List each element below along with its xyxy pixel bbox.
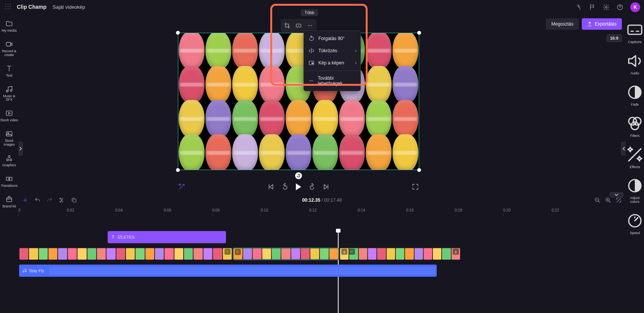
adjust-colors-icon	[626, 177, 644, 195]
sidebar-record-create[interactable]: Record &create	[0, 37, 18, 61]
more-button[interactable]	[305, 21, 315, 30]
export-label: Exportálás	[595, 21, 617, 27]
svg-point-21	[308, 25, 309, 26]
audio-track[interactable]: Stay Fly	[18, 263, 626, 278]
svg-point-15	[633, 117, 641, 125]
share-button[interactable]: Megosztás	[546, 18, 579, 30]
panel-audio[interactable]: Audio	[626, 49, 644, 79]
menu-more[interactable]: További lehetőségek	[304, 72, 360, 89]
pip-icon	[308, 60, 315, 66]
sidebar-stock-images[interactable]: Stockimages	[0, 127, 18, 151]
aspect-ratio[interactable]: 16:9	[607, 34, 622, 42]
sidebar-label: My media	[2, 29, 16, 33]
audio-clip[interactable]: Stay Fly	[19, 265, 437, 277]
undo-icon[interactable]	[34, 197, 40, 203]
skip-end-button[interactable]	[323, 183, 330, 191]
ruler-tick: 0:10	[261, 208, 268, 212]
duration: 00:17.48	[324, 197, 342, 203]
audio-clip-label: Stay Fly	[29, 268, 44, 273]
video-clip-2-selected[interactable]	[233, 248, 339, 260]
sidebar-text[interactable]: Text	[0, 62, 18, 82]
sidebar-music-sfx[interactable]: Music & SFX	[0, 82, 18, 106]
redo-icon[interactable]	[47, 197, 53, 203]
skip-start-button[interactable]	[267, 183, 274, 191]
clip-mute-icon[interactable]	[349, 249, 355, 255]
stock-images-icon	[5, 130, 13, 138]
play-button[interactable]	[296, 183, 301, 190]
timeline-ruler[interactable]: 00:020:040:060:080:100:120:140:160:180:2…	[18, 208, 626, 218]
upgrade-icon[interactable]	[575, 4, 582, 11]
timeline-panel: 00:12.35 / 00:17.48 00:020:040:060:080:1…	[18, 194, 626, 313]
fade-icon	[626, 83, 644, 101]
export-button[interactable]: Exportálás	[582, 18, 622, 30]
menu-mirror[interactable]: Tükrözés›	[304, 45, 360, 57]
fit-button[interactable]	[294, 21, 303, 30]
text-clip[interactable]: ÍZLETES	[108, 231, 226, 243]
rotate-handle[interactable]	[295, 172, 302, 179]
zoom-in-icon[interactable]	[605, 197, 611, 203]
resize-handle-bl[interactable]	[176, 168, 180, 172]
panel-captions[interactable]: Captions	[626, 18, 644, 48]
zoom-out-icon[interactable]	[594, 197, 600, 203]
sidebar-stock-video[interactable]: Stock video	[0, 106, 18, 126]
clip-handle-icon[interactable]: ||	[453, 249, 459, 255]
copy-icon[interactable]	[71, 197, 77, 203]
video-track[interactable]: || ||	[18, 246, 626, 262]
ruler-tick: 0:12	[309, 208, 316, 212]
preview-canvas[interactable]	[178, 33, 419, 170]
resize-handle-br[interactable]	[417, 168, 421, 172]
right-panel-expand[interactable]	[621, 142, 626, 156]
sidebar-graphics[interactable]: Graphics	[0, 151, 18, 171]
fullscreen-button[interactable]	[412, 183, 419, 191]
split-icon[interactable]	[59, 197, 65, 203]
add-track-icon[interactable]	[22, 197, 28, 203]
sidebar-brand-kit[interactable]: Brand kit	[0, 193, 18, 212]
ruler-tick: 0	[18, 208, 21, 212]
right-sidebar: CaptionsAudioFadeFiltersEffectsAdjustcol…	[626, 14, 644, 195]
project-name[interactable]: Saját videokép	[53, 4, 85, 10]
left-sidebar: My mediaRecord &createTextMusic & SFXSto…	[0, 14, 18, 313]
magic-button[interactable]	[178, 183, 186, 191]
panel-label: Audio	[630, 72, 639, 75]
clip-handle-icon[interactable]: ||	[341, 249, 347, 255]
menu-pip[interactable]: Kép a képen›	[304, 57, 360, 69]
speed-icon	[626, 212, 644, 230]
sidebar-transitions[interactable]: Transitions	[0, 172, 18, 192]
app-launcher-icon[interactable]	[5, 3, 12, 11]
stock-video-icon	[5, 109, 13, 117]
waveform	[50, 267, 435, 274]
panel-adjust-colors[interactable]: Adjustcolors	[626, 173, 644, 208]
svg-point-22	[310, 25, 310, 26]
menu-label: Tükrözés	[318, 48, 337, 53]
brand-kit-icon	[5, 196, 13, 203]
left-panel-expand[interactable]	[18, 142, 23, 156]
more-tooltip: Több	[301, 9, 318, 16]
sidebar-my-media[interactable]: My media	[0, 17, 18, 37]
panel-speed[interactable]: Speed	[626, 209, 644, 239]
sidebar-label: Stockimages	[3, 139, 15, 147]
panel-filters[interactable]: Filters	[626, 111, 644, 142]
my-media-icon	[5, 20, 13, 27]
crop-button[interactable]	[282, 21, 292, 30]
svg-point-20	[298, 25, 299, 26]
settings-icon[interactable]	[603, 4, 610, 11]
text-track[interactable]: ÍZLETES	[18, 230, 626, 245]
video-clip-1[interactable]	[19, 248, 232, 260]
panel-fade[interactable]: Fade	[626, 80, 644, 111]
clip-mute-icon[interactable]	[235, 249, 241, 255]
clip-transition-icon[interactable]	[224, 249, 231, 255]
flag-icon[interactable]	[589, 4, 596, 11]
rewind-button[interactable]	[281, 183, 289, 191]
ruler-tick: 0:20	[503, 208, 510, 212]
help-icon[interactable]	[617, 4, 623, 11]
panel-effects[interactable]: Effects	[626, 143, 644, 173]
effects-icon	[626, 146, 644, 164]
menu-rotate[interactable]: Forgatás 90°	[304, 32, 360, 45]
resize-handle-tr[interactable]	[417, 31, 421, 35]
resize-handle-tl[interactable]	[176, 31, 180, 35]
video-clip-3[interactable]: || ||	[340, 248, 460, 260]
forward-button[interactable]	[308, 183, 316, 191]
svg-rect-25	[312, 63, 313, 64]
avatar[interactable]: K	[630, 2, 640, 12]
zoom-fit-icon[interactable]	[616, 197, 622, 203]
